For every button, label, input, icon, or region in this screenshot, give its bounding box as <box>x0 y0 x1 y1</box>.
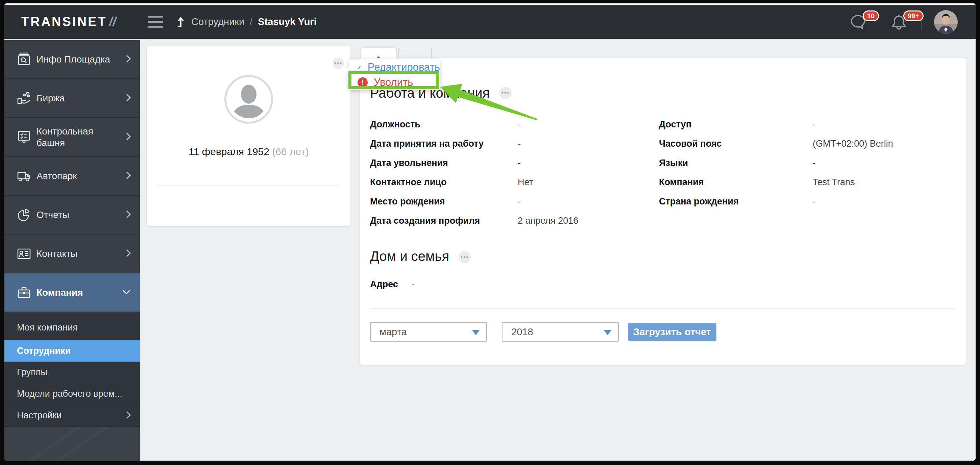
search-board-icon <box>16 52 32 67</box>
sidebar-item-avtopark[interactable]: Автопарк <box>5 157 140 196</box>
field-label: Должность <box>370 119 518 130</box>
field-value: - <box>813 158 816 168</box>
month-select[interactable]: марта <box>370 322 487 342</box>
breadcrumb-current: Stasuyk Yuri <box>258 16 317 27</box>
address-row: Адрес - <box>370 279 415 290</box>
sidebar-item-otchety[interactable]: Отчеты <box>5 196 140 234</box>
age-note: (66 лет) <box>272 146 309 157</box>
sidebar-item-kompaniya[interactable]: Компания <box>5 273 140 312</box>
pie-chart-icon <box>16 207 32 223</box>
chevron-right-icon <box>126 54 131 65</box>
field-label: Компания <box>659 177 813 188</box>
sidebar-item-label: Биржа <box>37 92 118 104</box>
contact-card-icon <box>16 246 32 261</box>
sidebar-subitem-label: Модели рабочего врем... <box>17 389 123 399</box>
bell-badge: 99+ <box>903 11 924 21</box>
card-divider <box>157 185 340 186</box>
user-avatar[interactable] <box>934 10 958 34</box>
field-row: Часовой пояс (GMT+02:00) Berlin <box>659 139 893 158</box>
field-label: Доступ <box>659 119 813 130</box>
chevron-right-icon <box>126 93 131 104</box>
field-row: Дата создания профиля 2 апреля 2016 <box>370 216 578 235</box>
year-select[interactable]: 2018 <box>502 322 619 342</box>
app-logo[interactable]: TRANSINET // <box>21 5 116 39</box>
sidebar-subitem-gruppy[interactable]: Группы <box>5 361 140 383</box>
work-fields-left: Должность - Дата принятия на работу - Да… <box>370 119 578 235</box>
home-section-actions-button[interactable]: ••• <box>458 251 471 263</box>
field-value: (GMT+02:00) Berlin <box>813 139 893 149</box>
topbar: TRANSINET // Сотрудники / Stasuyk Yuri 1… <box>5 5 975 39</box>
app-window: TRANSINET // Сотрудники / Stasuyk Yuri 1… <box>5 3 975 460</box>
details-panel: Работа и компания ••• Должность - Дата п… <box>360 58 966 365</box>
field-value: Нет <box>518 177 533 188</box>
exchange-hand-icon <box>16 91 32 106</box>
profile-card-actions-button[interactable]: ••• <box>332 57 344 69</box>
sidebar-item-label: Инфо Площадка <box>37 54 118 65</box>
field-label: Языки <box>659 158 813 168</box>
field-row: Доступ - <box>659 119 893 139</box>
chevron-right-icon <box>126 410 131 421</box>
field-row: Контактное лицо Нет <box>370 177 578 196</box>
field-row: Должность - <box>370 119 578 139</box>
caret-down-icon <box>472 330 479 335</box>
sidebar-subitem-label: Группы <box>17 367 47 377</box>
chevron-right-icon <box>126 248 131 259</box>
field-row: Место рождения - <box>370 196 578 216</box>
truck-icon <box>16 168 32 184</box>
field-label: Дата создания профиля <box>370 216 518 226</box>
field-value: - <box>412 279 415 290</box>
briefcase-icon <box>16 285 32 301</box>
screenshot-frame: TRANSINET // Сотрудники / Stasuyk Yuri 1… <box>0 0 980 465</box>
field-value: - <box>518 158 521 168</box>
main-content: ••• <box>140 40 975 460</box>
sidebar-subitem-label: Моя компания <box>17 322 78 333</box>
field-value: - <box>518 139 521 149</box>
control-tower-icon <box>16 129 32 145</box>
profile-card: ••• <box>147 46 350 226</box>
sidebar-item-label: Компания <box>37 287 118 298</box>
download-report-button[interactable]: Загрузить отчет <box>628 323 716 341</box>
birth-date-value: 11 февраля 1952 <box>189 146 269 157</box>
sidebar-subitem-moya-kompaniya[interactable]: Моя компания <box>5 312 140 340</box>
birth-date: 11 февраля 1952 (66 лет) <box>147 146 350 158</box>
field-row: Дата увольнения - <box>370 158 578 177</box>
field-label: Контактное лицо <box>370 177 518 188</box>
breadcrumb-section[interactable]: Сотрудники <box>191 16 244 27</box>
sidebar-item-kontrolnaya-bashnya[interactable]: Контрольная башня <box>5 118 140 157</box>
sidebar-subitem-label: Настройки <box>17 410 62 421</box>
sidebar-item-info-ploshchadka[interactable]: Инфо Площадка <box>5 40 140 79</box>
profile-avatar-placeholder <box>224 75 274 125</box>
breadcrumb-separator: / <box>250 16 253 27</box>
chat-badge: 10 <box>863 11 879 21</box>
sidebar-item-label: Контрольная башня <box>37 126 118 149</box>
work-section-actions-button[interactable]: ••• <box>500 87 512 99</box>
field-label: Адрес <box>370 279 412 290</box>
field-value: Test Trans <box>813 177 855 188</box>
field-row: Компания Test Trans <box>659 177 893 196</box>
sidebar-item-label: Отчеты <box>37 209 118 221</box>
field-label: Часовой пояс <box>659 139 813 149</box>
level-up-icon <box>175 16 186 28</box>
field-label: Страна рождения <box>659 196 813 207</box>
sidebar-item-label: Контакты <box>37 248 118 260</box>
field-value: - <box>813 119 816 130</box>
menu-toggle-icon[interactable] <box>148 16 165 28</box>
sidebar-subitem-modeli-rabochego-vremeni[interactable]: Модели рабочего врем... <box>5 383 140 405</box>
chevron-down-icon <box>122 289 131 296</box>
panel-divider <box>370 308 956 309</box>
sidebar-subitem-sotrudniki[interactable]: Сотрудники <box>5 340 140 361</box>
field-value: - <box>518 119 521 130</box>
field-value: - <box>518 196 521 207</box>
caret-down-icon <box>604 330 611 335</box>
sidebar-item-birzha[interactable]: Биржа <box>5 79 140 118</box>
sidebar-item-kontakty[interactable]: Контакты <box>5 234 140 273</box>
field-value: - <box>813 196 816 207</box>
field-label: Дата принятия на работу <box>370 139 518 149</box>
sidebar-footer <box>5 427 140 460</box>
sidebar-subitem-nastroyki[interactable]: Настройки <box>5 405 140 427</box>
user-avatar-image <box>934 10 958 34</box>
field-row: Страна рождения - <box>659 196 893 216</box>
year-select-value: 2018 <box>511 326 533 338</box>
chevron-right-icon <box>126 132 131 143</box>
work-fields-right: Доступ - Часовой пояс (GMT+02:00) Berlin… <box>659 119 893 216</box>
